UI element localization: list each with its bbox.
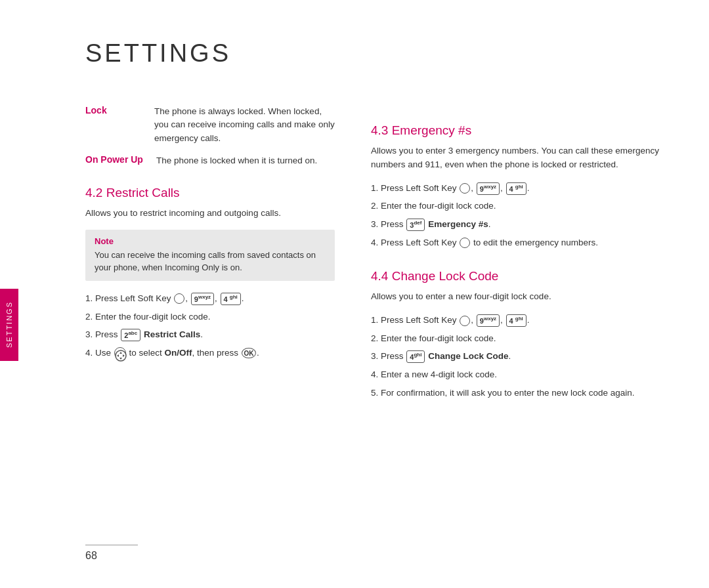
- lock-desc: The phone is always locked. When locked,…: [154, 105, 335, 145]
- 43-step-1: 1. Press Left Soft Key , 9wxyz, 4 ghi.: [371, 181, 673, 196]
- 43-key-9wxyz: 9wxyz: [477, 182, 500, 195]
- 44-key-9wxyz: 9wxyz: [477, 314, 500, 327]
- key-2abc: 2abc: [121, 329, 140, 341]
- 44-step-4-text: 4. Enter a new 4-digit lock code.: [371, 369, 497, 379]
- 44-key-4ghi: 4 ghi: [506, 314, 526, 327]
- ok-key: OK: [242, 348, 256, 358]
- section-42-intro: Allows you to restrict incoming and outg…: [85, 207, 335, 220]
- step-1: 1. Press Left Soft Key , 9wxyz, 4 ghi.: [85, 291, 335, 306]
- page-number: 68: [85, 550, 97, 562]
- 44-step-1: 1. Press Left Soft Key , 9wxyz, 4 ghi.: [371, 313, 673, 327]
- emergency-text: Emergency #s: [428, 219, 488, 229]
- key-4ghi: 4 ghi: [221, 293, 241, 305]
- 44-step-4: 4. Enter a new 4-digit lock code.: [371, 368, 673, 382]
- section-44-intro: Allows you to enter a new four-digit loc…: [371, 290, 673, 304]
- 44-step-2: 2. Enter the four-digit lock code.: [371, 331, 673, 346]
- left-column: Lock The phone is always locked. When lo…: [85, 105, 335, 364]
- step-2: 2. Enter the four-digit lock code.: [85, 310, 335, 324]
- step-2-text: 2. Enter the four-digit lock code.: [85, 312, 211, 322]
- step-3: 3. Press 2abc Restrict Calls.: [85, 327, 335, 342]
- note-text: You can receive the incoming calls from …: [95, 249, 326, 274]
- 43-key-4ghi: 4 ghi: [506, 182, 526, 195]
- 43-step-2-text: 2. Enter the four-digit lock code.: [371, 201, 496, 211]
- change-lock-text: Change Lock Code: [428, 351, 508, 361]
- section-44-heading: 4.4 Change Lock Code: [371, 269, 673, 284]
- step-1-text: 1. Press Left Soft Key: [85, 293, 173, 303]
- 44-step-3-text: 3. Press: [371, 351, 406, 361]
- 44-step-2-text: 2. Enter the four-digit lock code.: [371, 333, 496, 343]
- note-title: Note: [95, 236, 326, 246]
- key-9wxyz: 9wxyz: [191, 293, 214, 305]
- 43-soft-key-circle: [460, 183, 470, 194]
- 43-step-1-text: 1. Press Left Soft Key: [371, 183, 459, 193]
- sidebar-tab: SETTINGS: [0, 289, 18, 361]
- 43-step-3: 3. Press 3def Emergency #s.: [371, 217, 673, 232]
- 43-step-4-text: 4. Press Left Soft Key: [371, 238, 459, 247]
- section-43-intro: Allows you to enter 3 emergency numbers.…: [371, 144, 673, 172]
- restrict-calls-text: Restrict Calls: [144, 329, 200, 339]
- section-43-steps: 1. Press Left Soft Key , 9wxyz, 4 ghi. 2…: [371, 181, 673, 249]
- 43-soft-key-circle2: [460, 238, 470, 248]
- 44-step-5: 5. For confirmation, it will ask you to …: [371, 386, 673, 400]
- on-power-up-entry: On Power Up The phone is locked when it …: [85, 154, 335, 167]
- 43-step-4-text2: to edit the emergency numbers.: [473, 238, 598, 247]
- on-power-up-desc: The phone is locked when it is turned on…: [156, 154, 317, 167]
- right-column: 4.3 Emergency #s Allows you to enter 3 e…: [371, 105, 673, 404]
- step-3-text: 3. Press: [85, 329, 120, 339]
- section-44-steps: 1. Press Left Soft Key , 9wxyz, 4 ghi. 2…: [371, 313, 673, 400]
- 43-step-4: 4. Press Left Soft Key to edit the emerg…: [371, 236, 673, 250]
- step-4-text: 4. Use: [85, 348, 114, 358]
- section-42-heading: 4.2 Restrict Calls: [85, 186, 335, 200]
- lock-entry: Lock The phone is always locked. When lo…: [85, 105, 335, 145]
- section-43-heading: 4.3 Emergency #s: [371, 123, 673, 138]
- 44-step-1-text: 1. Press Left Soft Key: [371, 315, 459, 325]
- on-power-up-label: On Power Up: [85, 154, 143, 167]
- note-box: Note You can receive the incoming calls …: [85, 230, 335, 281]
- key-4ghi-change: 4ghi: [406, 350, 425, 363]
- 43-step-2: 2. Enter the four-digit lock code.: [371, 199, 673, 213]
- soft-key-circle: [174, 293, 184, 304]
- step-4-text2: to select On/Off, then press: [129, 348, 241, 358]
- page-title: SETTINGS: [85, 39, 231, 68]
- nav-key: [114, 347, 126, 359]
- section-42-steps: 1. Press Left Soft Key , 9wxyz, 4 ghi. 2…: [85, 291, 335, 360]
- sidebar-label: SETTINGS: [5, 301, 13, 348]
- lock-label: Lock: [85, 105, 141, 145]
- step-4: 4. Use to select On/Off, then press OK.: [85, 346, 335, 360]
- 44-step-3: 3. Press 4ghi Change Lock Code.: [371, 349, 673, 364]
- key-3def: 3def: [406, 219, 425, 231]
- bottom-line: [85, 545, 138, 545]
- 44-soft-key-circle: [460, 316, 470, 326]
- 43-step-3-text: 3. Press: [371, 219, 406, 229]
- 44-step-5-text: 5. For confirmation, it will ask you to …: [371, 388, 634, 398]
